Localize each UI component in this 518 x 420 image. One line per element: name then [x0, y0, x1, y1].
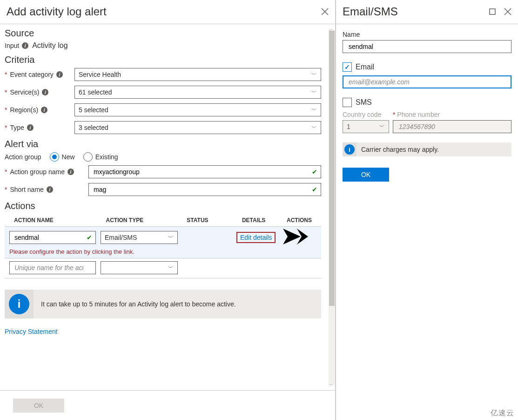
info-icon: i	[9, 294, 29, 314]
sms-checkbox[interactable]	[343, 98, 352, 107]
info-banner-text: It can take up to 5 minutes for an Activ…	[34, 300, 243, 308]
carrier-info-text: Carrier charges may apply.	[357, 146, 444, 153]
info-icon[interactable]: i	[42, 89, 48, 95]
info-icon[interactable]: i	[41, 107, 47, 113]
action-group-label: Action group	[5, 153, 41, 161]
required-mark: *	[5, 71, 7, 78]
checkmark-icon: ✔	[312, 168, 317, 176]
regions-dropdown[interactable]: 5 selected ﹀	[74, 103, 321, 116]
email-checkbox-label: Email	[356, 63, 374, 71]
info-icon[interactable]: i	[27, 124, 34, 131]
col-status: Status	[187, 217, 242, 224]
action-error-text: Please configure the action by clicking …	[9, 248, 316, 255]
input-label: Input	[5, 42, 19, 49]
action-type-dropdown[interactable]: Email/SMS ﹀	[101, 231, 178, 244]
regions-label: Region(s)	[10, 106, 38, 114]
type-value: 3 selected	[79, 124, 108, 131]
criteria-heading: Criteria	[5, 54, 321, 65]
chevron-down-icon: ﹀	[311, 71, 317, 79]
new-action-name-input[interactable]	[9, 261, 96, 274]
chevron-down-icon: ﹀	[379, 123, 385, 131]
email-checkbox[interactable]	[343, 62, 352, 72]
radio-new[interactable]	[50, 152, 59, 162]
svg-rect-4	[490, 9, 495, 14]
checkmark-icon: ✔	[87, 234, 92, 241]
country-code-value: 1	[347, 123, 350, 130]
action-row: ✔ Email/SMS ﹀ Edit details Please config…	[5, 226, 321, 258]
maximize-icon[interactable]	[489, 8, 496, 15]
info-icon: i	[344, 144, 355, 155]
info-icon[interactable]: i	[67, 169, 74, 175]
required-mark: *	[5, 106, 7, 114]
country-code-label: Country code	[343, 111, 389, 118]
action-name-input[interactable]	[9, 231, 96, 244]
type-dropdown[interactable]: 3 selected ﹀	[74, 121, 321, 134]
svg-marker-2	[283, 229, 301, 244]
new-action-type-dropdown[interactable]: ﹀	[101, 261, 178, 274]
scrollbar-thumb[interactable]	[329, 31, 335, 306]
scrollbar-track[interactable]	[329, 31, 335, 384]
radio-existing-label: Existing	[95, 153, 118, 161]
regions-value: 5 selected	[79, 106, 108, 114]
info-banner: i It can take up to 5 minutes for an Act…	[5, 290, 321, 318]
services-label: Service(s)	[10, 88, 39, 96]
name-label: Name	[343, 31, 511, 38]
email-input[interactable]	[343, 75, 511, 88]
name-input[interactable]	[343, 40, 511, 53]
country-code-dropdown: 1 ﹀	[343, 120, 389, 133]
ok-button-disabled: OK	[13, 399, 64, 413]
ok-button[interactable]: OK	[343, 168, 389, 182]
required-mark: *	[5, 186, 7, 193]
required-mark: *	[5, 168, 7, 176]
phone-input	[393, 120, 511, 133]
radio-existing[interactable]	[83, 152, 93, 162]
close-icon[interactable]	[504, 8, 511, 15]
chevron-down-icon: ﹀	[311, 88, 317, 96]
phone-label: * Phone number	[393, 111, 511, 118]
col-details: Details	[242, 217, 284, 224]
scroll-down-icon[interactable]: ﹀	[329, 381, 334, 389]
short-name-input[interactable]	[88, 183, 321, 196]
input-value: Activity log	[32, 41, 67, 50]
services-value: 61 selected	[79, 88, 112, 96]
empty-action-row: ﹀	[5, 258, 321, 278]
action-group-name-input[interactable]	[88, 165, 321, 178]
right-panel-title: Email/SMS	[343, 5, 398, 18]
alertvia-heading: Alert via	[5, 139, 321, 149]
left-panel-title: Add activity log alert	[7, 5, 107, 18]
required-mark: *	[5, 124, 7, 131]
short-name-label: Short name	[10, 186, 43, 193]
info-icon[interactable]: i	[56, 71, 63, 78]
type-label: Type	[10, 124, 24, 131]
edit-details-link[interactable]: Edit details	[236, 232, 276, 243]
event-category-value: Service Health	[79, 71, 121, 78]
col-action-name: Action Name	[14, 217, 106, 224]
info-icon[interactable]: i	[47, 186, 53, 193]
checkmark-icon: ✔	[312, 186, 317, 193]
chevron-down-icon: ﹀	[311, 106, 317, 114]
carrier-info-banner: i Carrier charges may apply.	[343, 142, 511, 156]
radio-new-label: New	[62, 153, 75, 161]
info-icon[interactable]: i	[22, 42, 28, 49]
source-heading: Source	[5, 28, 321, 39]
required-mark: *	[5, 88, 7, 96]
action-group-name-label: Action group name	[10, 168, 65, 176]
services-dropdown[interactable]: 61 selected ﹀	[74, 86, 321, 99]
event-category-dropdown[interactable]: Service Health ﹀	[74, 68, 321, 81]
actions-heading: Actions	[5, 201, 321, 211]
close-icon[interactable]	[321, 8, 329, 15]
event-category-label: Event category	[10, 71, 53, 78]
arrow-annotation-icon	[283, 229, 308, 246]
action-type-value: Email/SMS	[105, 234, 137, 241]
privacy-statement-link[interactable]: Privacy Statement	[5, 328, 58, 335]
chevron-down-icon: ﹀	[168, 234, 174, 242]
chevron-down-icon: ﹀	[311, 124, 317, 132]
sms-checkbox-label: SMS	[356, 98, 372, 107]
col-action-type: Action Type	[106, 217, 187, 224]
col-actions: Actions	[284, 217, 312, 224]
watermark: 亿速云	[491, 408, 514, 418]
chevron-down-icon: ﹀	[168, 264, 174, 272]
